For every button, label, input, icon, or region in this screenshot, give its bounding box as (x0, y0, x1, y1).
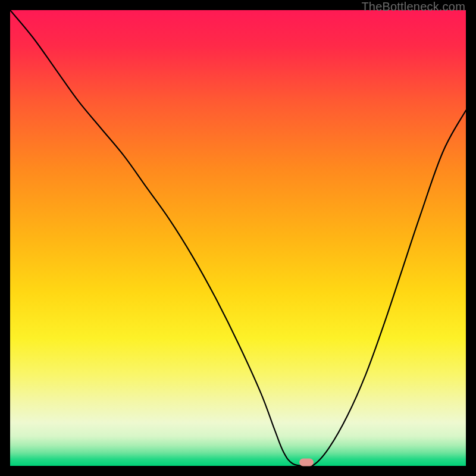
plot-area (10, 10, 466, 466)
watermark-text: TheBottleneck.com (361, 0, 465, 14)
bottleneck-curve (10, 10, 466, 466)
chart-frame: TheBottleneck.com (0, 0, 476, 476)
optimal-marker (299, 458, 314, 466)
